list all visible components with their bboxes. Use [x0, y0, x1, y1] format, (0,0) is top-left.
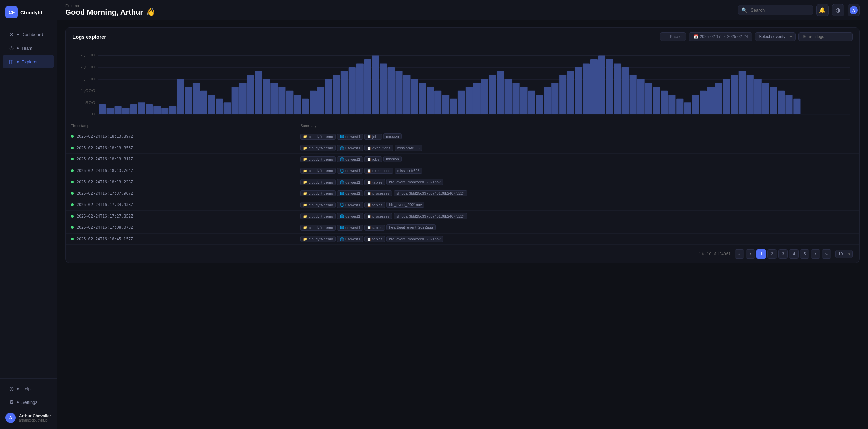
svg-rect-52 — [411, 79, 418, 114]
log-tag: 📁cloudyfit-demo — [300, 168, 336, 174]
table-row[interactable]: 2025-02-24T16:17:08.073Z📁cloudyfit-demo🌐… — [66, 222, 859, 234]
tag-icon: 📁 — [303, 226, 307, 229]
last-page-button[interactable]: » — [822, 249, 831, 259]
svg-rect-14 — [115, 106, 122, 114]
log-tag: 📁cloudyfit-demo — [300, 236, 336, 242]
next-page-button[interactable]: › — [811, 249, 820, 259]
log-tag: 📋jobs — [364, 134, 382, 140]
timestamp-cell: 2025-02-24T16:17:27.852Z — [66, 210, 295, 222]
sidebar-item-explorer[interactable]: ◫ Explorer — [3, 55, 54, 68]
log-tag: ble_event_monitored_2021nov — [386, 179, 443, 185]
svg-rect-39 — [310, 91, 317, 114]
svg-rect-47 — [372, 55, 379, 114]
tag-icon: 🌐 — [340, 146, 344, 150]
svg-rect-75 — [590, 59, 598, 114]
log-tag: 🌐us-west1 — [337, 156, 363, 162]
sidebar-item-dashboard[interactable]: ⊙ Dashboard — [3, 28, 54, 41]
search-logs-input[interactable] — [798, 32, 853, 41]
sidebar-item-help[interactable]: ◎ Help — [3, 382, 54, 395]
svg-rect-43 — [341, 71, 348, 114]
svg-rect-44 — [349, 67, 356, 114]
svg-rect-99 — [778, 91, 785, 114]
first-page-button[interactable]: « — [735, 249, 744, 259]
page-button-5[interactable]: 5 — [800, 249, 809, 259]
table-row[interactable]: 2025-02-24T16:18:13.811Z📁cloudyfit-demo🌐… — [66, 154, 859, 165]
svg-rect-51 — [403, 75, 410, 114]
timestamp-cell: 2025-02-24T16:16:45.157Z — [66, 233, 295, 245]
user-name: Arthur Chevalier — [19, 414, 51, 418]
log-tag: 📁cloudyfit-demo — [300, 225, 336, 231]
table-row[interactable]: 2025-02-24T16:17:27.852Z📁cloudyfit-demo🌐… — [66, 210, 859, 222]
summary-cell: 📁cloudyfit-demo🌐us-west1📋processessh-03a… — [295, 188, 859, 199]
svg-rect-67 — [528, 91, 535, 114]
search-icon: 🔍 — [741, 7, 747, 13]
tag-icon: 📁 — [303, 203, 307, 207]
table-row[interactable]: 2025-02-24T16:17:37.967Z📁cloudyfit-demo🌐… — [66, 188, 859, 199]
svg-rect-94 — [739, 71, 746, 114]
table-row[interactable]: 2025-02-24T16:16:45.157Z📁cloudyfit-demo🌐… — [66, 233, 859, 245]
page-button-3[interactable]: 3 — [778, 249, 788, 259]
svg-rect-71 — [559, 75, 566, 114]
table-row[interactable]: 2025-02-24T16:18:13.856Z📁cloudyfit-demo🌐… — [66, 142, 859, 154]
summary-cell: 📁cloudyfit-demo🌐us-west1📋jobsmission — [295, 131, 859, 142]
timestamp-cell: 2025-02-24T16:18:13.811Z — [66, 154, 295, 165]
svg-rect-100 — [785, 95, 792, 114]
table-row[interactable]: 2025-02-24T16:18:13.764Z📁cloudyfit-demo🌐… — [66, 165, 859, 176]
logs-controls: ⏸ Pause 📅 2025-02-17 → 2025-02-24 Select… — [660, 32, 853, 41]
status-dot — [71, 238, 74, 240]
per-page-select[interactable]: 10 25 50 100 — [835, 250, 853, 258]
tag-icon: 📋 — [367, 135, 371, 138]
tag-icon: 📁 — [303, 157, 307, 161]
log-tag: 🌐us-west1 — [337, 236, 363, 242]
svg-rect-62 — [489, 75, 496, 114]
user-menu-button[interactable]: A — [848, 4, 860, 16]
log-tag: 🌐us-west1 — [337, 168, 363, 174]
svg-rect-97 — [762, 83, 769, 114]
log-tag: mission-fr698 — [395, 168, 422, 174]
table-row[interactable]: 2025-02-24T16:18:13.897Z📁cloudyfit-demo🌐… — [66, 131, 859, 142]
sidebar-item-label-team: Team — [21, 46, 32, 51]
logo[interactable]: CF Cloudyfit — [0, 0, 57, 24]
tag-icon: 📁 — [303, 192, 307, 195]
log-tag: sh-03af3bbf25c337b3746108b2407f3224 — [394, 213, 467, 219]
svg-rect-69 — [544, 87, 551, 114]
date-range-button[interactable]: 📅 2025-02-17 → 2025-02-24 — [689, 32, 752, 41]
search-wrapper: 🔍 — [738, 5, 813, 15]
notifications-button[interactable]: 🔔 — [816, 4, 829, 16]
page-title: Good Morning, Arthur 👋 — [65, 8, 155, 17]
svg-rect-40 — [317, 87, 324, 114]
log-tag: 📁cloudyfit-demo — [300, 156, 336, 162]
table-row[interactable]: 2025-02-24T16:18:13.228Z📁cloudyfit-demo🌐… — [66, 176, 859, 188]
svg-rect-28 — [224, 102, 231, 114]
svg-rect-83 — [653, 87, 660, 114]
pause-button[interactable]: ⏸ Pause — [660, 32, 686, 41]
tag-icon: 📋 — [367, 226, 371, 229]
page-button-1[interactable]: 1 — [756, 249, 766, 259]
sidebar-item-settings[interactable]: ⚙ Settings — [3, 396, 54, 409]
tag-icon: 🌐 — [340, 157, 344, 161]
page-button-2[interactable]: 2 — [767, 249, 777, 259]
svg-rect-91 — [715, 83, 722, 114]
prev-page-button[interactable]: ‹ — [746, 249, 755, 259]
svg-rect-85 — [668, 95, 675, 114]
summary-cell: 📁cloudyfit-demo🌐us-west1📋tablesble_event… — [295, 176, 859, 188]
log-tag: 📁cloudyfit-demo — [300, 213, 336, 219]
log-tag: 📋tables — [364, 202, 385, 208]
summary-cell: 📁cloudyfit-demo🌐us-west1📋executionsmissi… — [295, 142, 859, 154]
logs-explorer-card: Logs explorer ⏸ Pause 📅 2025-02-17 → 202… — [65, 27, 860, 263]
search-input[interactable] — [738, 5, 813, 15]
svg-rect-64 — [505, 79, 512, 114]
theme-button[interactable]: ◑ — [832, 4, 844, 16]
svg-rect-60 — [473, 83, 481, 114]
table-row[interactable]: 2025-02-24T16:17:34.438Z📁cloudyfit-demo🌐… — [66, 199, 859, 211]
log-tag: ble_event_monitored_2021nov — [386, 236, 443, 242]
timestamp-cell: 2025-02-24T16:18:13.228Z — [66, 176, 295, 188]
severity-select[interactable]: Select severity Info Warning Error Debug — [755, 32, 796, 41]
svg-rect-63 — [497, 71, 504, 114]
summary-cell: 📁cloudyfit-demo🌐us-west1📋tablesheartbeat… — [295, 222, 859, 234]
sidebar-item-team[interactable]: ◎ Team — [3, 41, 54, 54]
timestamp-cell: 2025-02-24T16:17:37.967Z — [66, 188, 295, 199]
svg-rect-31 — [247, 75, 254, 114]
page-button-4[interactable]: 4 — [789, 249, 799, 259]
svg-rect-38 — [302, 99, 309, 114]
